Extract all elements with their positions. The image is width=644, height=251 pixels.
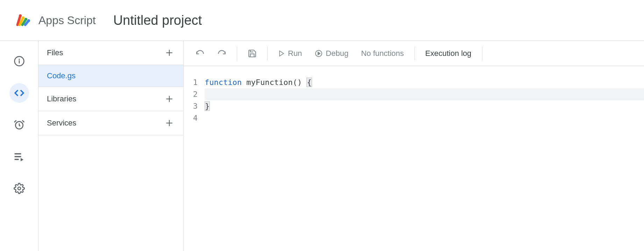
toolbar: Run Debug No functions Execution log	[184, 41, 644, 66]
editor-area: Run Debug No functions Execution log 123…	[184, 41, 644, 251]
line-number: 1	[184, 77, 198, 88]
code-line[interactable]: }	[205, 100, 644, 112]
toolbar-separator	[237, 46, 237, 60]
code-line[interactable]	[205, 112, 644, 124]
run-button[interactable]: Run	[273, 46, 307, 61]
services-label: Services	[47, 119, 76, 128]
debug-label: Debug	[326, 49, 348, 58]
execution-log-button[interactable]: Execution log	[420, 46, 476, 61]
line-number: 3	[184, 100, 198, 112]
run-label: Run	[288, 49, 302, 58]
libraries-label: Libraries	[47, 94, 76, 103]
header: Apps Script Untitled project	[0, 0, 644, 41]
svg-point-0	[19, 14, 22, 17]
undo-button[interactable]	[191, 46, 210, 61]
function-selector[interactable]: No functions	[356, 46, 409, 61]
code-editor[interactable]: 1234 function myFunction() { }	[184, 66, 644, 251]
file-item-code-gs[interactable]: Code.gs	[38, 65, 183, 87]
svg-point-2	[24, 18, 27, 21]
product-name: Apps Script	[38, 14, 96, 27]
svg-marker-11	[21, 158, 23, 161]
nav-rail	[0, 41, 38, 251]
files-section-header: Files	[38, 41, 183, 65]
overview-icon[interactable]	[9, 51, 29, 71]
executions-icon[interactable]	[9, 147, 29, 166]
line-gutter: 1234	[184, 77, 205, 251]
files-label: Files	[47, 48, 63, 57]
line-number: 4	[184, 112, 198, 124]
line-number: 2	[184, 88, 198, 100]
toolbar-separator	[267, 46, 268, 60]
svg-point-3	[27, 19, 30, 22]
toolbar-separator	[482, 46, 482, 60]
triggers-icon[interactable]	[9, 115, 29, 135]
project-title[interactable]: Untitled project	[113, 13, 202, 28]
svg-marker-19	[279, 51, 284, 56]
libraries-section-header: Libraries	[38, 87, 183, 111]
add-service-icon[interactable]	[164, 117, 175, 129]
redo-button[interactable]	[212, 46, 231, 61]
add-file-icon[interactable]	[164, 47, 175, 58]
toolbar-separator	[415, 46, 415, 60]
settings-icon[interactable]	[9, 179, 29, 198]
debug-button[interactable]: Debug	[310, 46, 353, 61]
main: Files Code.gs Libraries Services	[0, 41, 644, 251]
code-lines[interactable]: function myFunction() { }	[205, 77, 644, 251]
add-library-icon[interactable]	[164, 93, 175, 105]
svg-marker-21	[318, 52, 320, 55]
editor-icon[interactable]	[9, 83, 29, 103]
save-button[interactable]	[243, 46, 262, 61]
services-section-header: Services	[38, 111, 183, 135]
file-panel: Files Code.gs Libraries Services	[38, 41, 184, 251]
svg-point-12	[18, 187, 21, 190]
apps-script-logo-icon	[14, 12, 31, 29]
code-line[interactable]: function myFunction() {	[205, 77, 644, 88]
svg-point-1	[22, 16, 24, 19]
code-line[interactable]	[205, 88, 644, 100]
